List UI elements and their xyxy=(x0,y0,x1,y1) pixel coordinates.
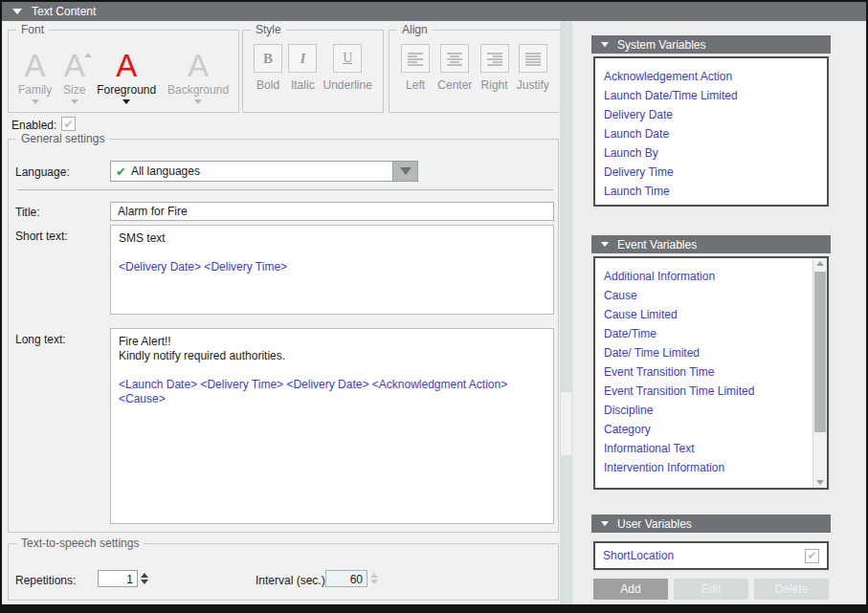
left-panel-scrollbar[interactable] xyxy=(560,21,572,604)
event-variable-link[interactable]: Informational Text xyxy=(595,439,812,458)
collapse-section-icon[interactable] xyxy=(12,9,22,14)
underline-button[interactable]: U Underline xyxy=(323,44,372,92)
event-variable-link[interactable]: Cause Limited xyxy=(595,305,812,324)
language-value: All languages xyxy=(131,164,200,178)
event-variables-scrollbar[interactable] xyxy=(812,258,827,488)
align-right-label: Right xyxy=(481,78,508,92)
title-input[interactable]: Alarm for Fire xyxy=(110,202,554,221)
font-size-icon: A xyxy=(64,52,85,80)
font-size-label: Size xyxy=(63,83,85,97)
scroll-down-icon[interactable] xyxy=(816,480,824,485)
scroll-up-icon[interactable] xyxy=(816,261,824,266)
italic-button[interactable]: I Italic xyxy=(288,44,317,92)
short-text-line: SMS text xyxy=(119,231,545,246)
event-variable-link[interactable]: Event Transition Time xyxy=(595,362,812,382)
event-variables-header[interactable]: Event Variables xyxy=(591,235,831,253)
align-left-button[interactable]: Left xyxy=(401,44,430,92)
background-label: Background xyxy=(167,83,229,97)
event-variable-link[interactable]: Date/Time xyxy=(595,324,812,343)
italic-label: Italic xyxy=(291,78,315,92)
system-variable-link[interactable]: Delivery Time xyxy=(595,163,827,182)
background-color-icon: A xyxy=(188,52,209,80)
collapse-user-variables-icon[interactable] xyxy=(601,521,609,526)
delete-button[interactable]: Delete xyxy=(754,579,829,600)
user-variable-row[interactable]: ShortLocation ✔ xyxy=(593,541,829,570)
repetitions-stepper[interactable]: 1 xyxy=(98,570,148,587)
system-variable-link[interactable]: Delivery Date xyxy=(595,105,827,124)
spinner-down-icon xyxy=(370,580,378,584)
font-family-dropdown-icon[interactable] xyxy=(32,99,39,104)
align-center-icon xyxy=(440,44,469,73)
foreground-color-button[interactable]: A Foreground xyxy=(97,40,156,106)
foreground-dropdown-icon[interactable] xyxy=(122,99,130,104)
font-family-label: Family xyxy=(18,83,52,97)
system-variable-link[interactable]: Launch Time xyxy=(595,182,827,201)
system-variable-link[interactable]: Launch By xyxy=(595,143,827,163)
short-text-blank-line xyxy=(119,246,545,260)
system-variable-link[interactable]: Acknowledgement Action xyxy=(595,67,827,86)
short-text-label: Short text: xyxy=(15,230,68,243)
event-variable-link[interactable]: Intervention Information xyxy=(595,458,812,477)
language-check-icon: ✔ xyxy=(116,164,126,179)
language-dropdown[interactable]: ✔ All languages xyxy=(110,161,418,182)
separator-line xyxy=(17,189,553,190)
size-up-icon xyxy=(84,53,92,57)
language-dropdown-button[interactable] xyxy=(392,162,417,181)
font-size-dropdown-icon[interactable] xyxy=(71,99,78,104)
interval-label: Interval (sec.): xyxy=(256,574,328,587)
underline-icon: U xyxy=(333,44,362,73)
style-group: Style B Bold I Italic U Underline xyxy=(242,30,384,113)
long-text-line2: Kindly notify required authorities. xyxy=(119,349,545,363)
short-text-input[interactable]: SMS text <Delivery Date> <Delivery Time> xyxy=(110,225,554,315)
user-variable-checkbox[interactable]: ✔ xyxy=(805,549,819,563)
align-justify-button[interactable]: Justify xyxy=(517,44,549,92)
font-family-button[interactable]: A Family xyxy=(18,40,52,106)
repetitions-value[interactable]: 1 xyxy=(98,570,138,587)
system-variable-link[interactable]: Launch Date xyxy=(595,124,827,143)
general-settings-label: General settings xyxy=(16,132,109,145)
interval-value[interactable]: 60 xyxy=(325,570,367,587)
italic-icon: I xyxy=(288,44,317,73)
bold-button[interactable]: B Bold xyxy=(254,44,282,92)
align-justify-label: Justify xyxy=(517,78,549,92)
bold-icon: B xyxy=(254,44,282,73)
foreground-color-icon: A xyxy=(116,52,137,80)
event-variable-link[interactable]: Cause xyxy=(595,286,812,305)
edit-button[interactable]: Edit xyxy=(674,579,748,600)
event-variable-link[interactable]: Discipline xyxy=(595,401,812,420)
align-left-icon xyxy=(401,44,430,73)
main-area: Font A Family A Size A Foreground xyxy=(2,21,866,604)
underline-label: Underline xyxy=(323,78,372,92)
align-right-button[interactable]: Right xyxy=(480,44,509,92)
add-button[interactable]: Add xyxy=(593,579,668,600)
event-variable-link[interactable]: Date/ Time Limited xyxy=(595,343,812,362)
window-frame: Text Content Font A Family A Size xyxy=(2,2,866,604)
align-group-label: Align xyxy=(397,23,433,36)
collapse-event-variables-icon[interactable] xyxy=(601,242,609,247)
collapse-system-variables-icon[interactable] xyxy=(601,42,609,47)
user-variables-header[interactable]: User Variables xyxy=(591,514,831,533)
user-variable-link[interactable]: ShortLocation xyxy=(603,549,674,562)
long-text-input[interactable]: Fire Alert!! Kindly notify required auth… xyxy=(110,328,554,524)
scrollbar-thumb[interactable] xyxy=(814,272,826,432)
font-group: Font A Family A Size A Foreground xyxy=(8,30,239,113)
language-value-wrap: ✔ All languages xyxy=(111,162,392,181)
background-color-button[interactable]: A Background xyxy=(167,40,229,106)
event-variable-link[interactable]: Additional Information xyxy=(595,267,812,286)
system-variables-header[interactable]: System Variables xyxy=(591,35,831,54)
spinner-down-icon[interactable] xyxy=(141,580,148,584)
event-variable-link[interactable]: Category xyxy=(595,420,812,439)
scrollbar-thumb[interactable] xyxy=(561,392,571,455)
spinner-up-icon[interactable] xyxy=(141,573,148,578)
event-variables-list: Additional InformationCauseCause Limited… xyxy=(593,256,829,490)
font-size-button[interactable]: A Size xyxy=(63,40,85,106)
background-dropdown-icon[interactable] xyxy=(194,99,202,104)
interval-stepper[interactable]: 60 xyxy=(325,570,378,587)
align-justify-icon xyxy=(519,44,547,73)
system-variable-link[interactable]: Launch Date/Time Limited xyxy=(595,86,827,105)
align-center-button[interactable]: Center xyxy=(437,44,472,92)
enabled-label: Enabled: xyxy=(11,119,56,132)
enabled-checkbox[interactable]: ✔ xyxy=(61,117,76,131)
long-text-variables: <Launch Date> <Delivery Time> <Delivery … xyxy=(119,378,545,406)
event-variable-link[interactable]: Event Transition Time Limited xyxy=(595,382,812,401)
